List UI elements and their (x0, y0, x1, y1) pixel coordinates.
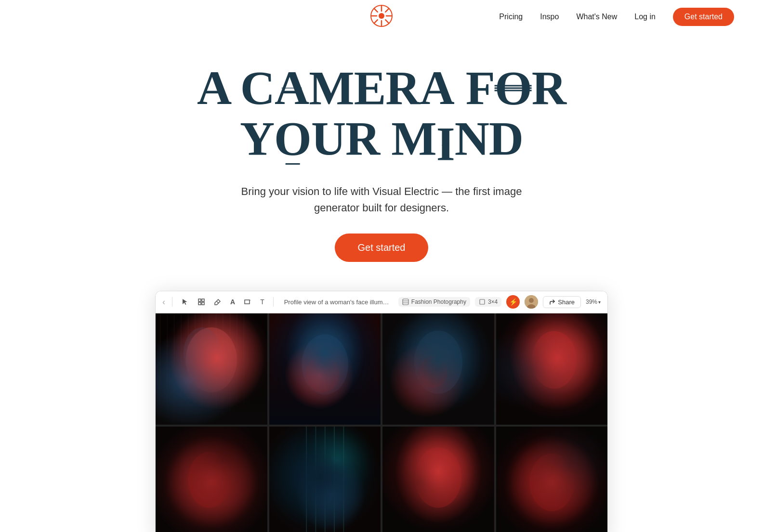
svg-rect-10 (198, 299, 201, 301)
svg-point-1 (379, 13, 384, 19)
svg-point-49 (188, 452, 230, 508)
ratio-badge[interactable]: 3×4 (475, 297, 501, 307)
grid-image-7[interactable] (382, 427, 494, 532)
hero-title-line1: A CAMERA FOR (10, 63, 753, 113)
grid-image-5[interactable] (156, 427, 267, 532)
svg-point-44 (414, 330, 462, 393)
svg-point-47 (532, 331, 577, 389)
svg-rect-23 (156, 313, 267, 425)
svg-point-41 (302, 334, 348, 394)
hero-section: A CAMERA FOR YOUR MIND Bring your vision… (0, 34, 763, 281)
logo[interactable] (370, 4, 393, 29)
grid-image-3[interactable] (382, 313, 494, 425)
ratio-label: 3×4 (488, 298, 498, 305)
svg-rect-59 (496, 427, 608, 532)
divider-2 (273, 297, 274, 307)
svg-point-42 (306, 355, 339, 392)
hero-subtitle: Bring your vision to life with Visual El… (237, 183, 526, 216)
svg-rect-11 (202, 299, 204, 301)
eraser-tool-icon[interactable] (212, 296, 224, 308)
svg-rect-24 (156, 313, 267, 425)
grid-image-1[interactable] (156, 313, 267, 425)
svg-rect-40 (269, 313, 381, 425)
svg-point-60 (529, 454, 574, 511)
hero-title: A CAMERA FOR YOUR MIND (10, 63, 753, 169)
hero-title-line2: YOUR MIND (10, 113, 753, 169)
image-grid (156, 313, 607, 532)
shape-tool-icon[interactable] (242, 296, 253, 308)
user-avatar (525, 295, 538, 309)
svg-point-21 (529, 298, 534, 303)
nav-links: Pricing Inspo What's New Log in Get star… (499, 8, 734, 26)
zoom-control[interactable]: 39% ▾ (586, 298, 601, 305)
svg-rect-15 (245, 300, 250, 304)
svg-point-38 (186, 327, 237, 392)
hero-get-started-button[interactable]: Get started (335, 234, 429, 262)
svg-rect-46 (496, 313, 608, 425)
share-label: Share (558, 298, 575, 306)
divider-1 (172, 297, 172, 307)
app-mockup: ‹ A (155, 291, 608, 532)
style-label: Fashion Photography (411, 298, 466, 305)
zoom-value: 39% (586, 298, 597, 305)
prompt-text: Profile view of a woman's face illuminat… (280, 298, 394, 306)
share-button[interactable]: Share (543, 296, 581, 308)
nav-pricing[interactable]: Pricing (499, 13, 523, 21)
type-tool-icon[interactable]: T (258, 296, 266, 308)
grid-image-4[interactable] (496, 313, 608, 425)
grid-tool-icon[interactable] (196, 296, 207, 308)
grid-image-6[interactable] (269, 427, 381, 532)
svg-point-58 (415, 448, 461, 508)
back-icon[interactable]: ‹ (162, 297, 165, 307)
toolbar: ‹ A (156, 291, 607, 313)
svg-rect-50 (269, 427, 381, 532)
svg-rect-16 (403, 299, 408, 305)
text-tool-icon[interactable]: A (228, 296, 237, 308)
svg-point-45 (420, 355, 447, 388)
lightning-button[interactable]: ⚡ (506, 295, 520, 309)
svg-rect-19 (480, 299, 485, 304)
nav-get-started-button[interactable]: Get started (673, 8, 734, 26)
nav-login[interactable]: Log in (634, 13, 656, 21)
svg-rect-12 (198, 302, 201, 305)
svg-line-14 (217, 301, 219, 303)
svg-point-39 (184, 327, 221, 378)
zoom-chevron-icon: ▾ (598, 299, 601, 305)
nav-whats-new[interactable]: What's New (576, 13, 617, 21)
style-badge[interactable]: Fashion Photography (398, 297, 470, 307)
nav-inspo[interactable]: Inspo (540, 13, 559, 21)
grid-image-2[interactable] (269, 313, 381, 425)
select-tool-icon[interactable] (179, 296, 191, 308)
navigation: Pricing Inspo What's New Log in Get star… (0, 0, 763, 34)
svg-rect-43 (382, 313, 494, 425)
grid-image-8[interactable] (496, 427, 608, 532)
svg-rect-51 (269, 427, 381, 532)
svg-rect-48 (156, 427, 267, 532)
svg-rect-57 (382, 427, 494, 532)
svg-rect-13 (202, 302, 204, 305)
